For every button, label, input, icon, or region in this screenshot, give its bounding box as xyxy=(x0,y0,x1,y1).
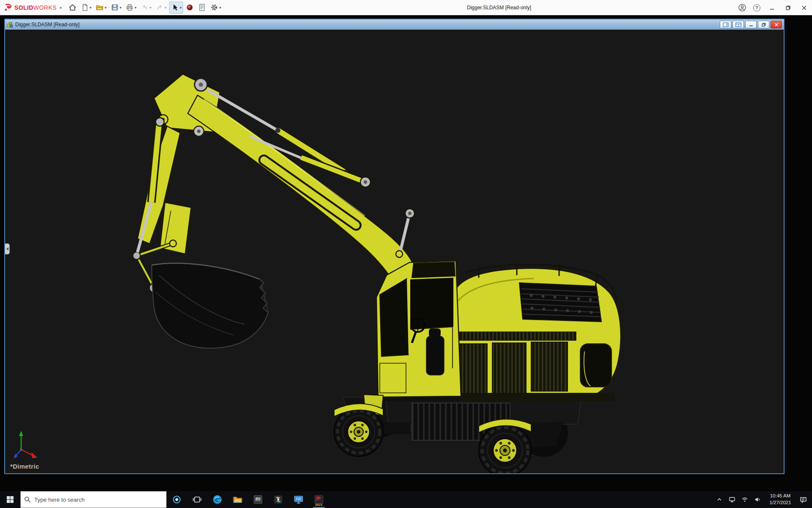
select-arrow-icon xyxy=(171,3,179,11)
viewport-canvas[interactable] xyxy=(5,30,784,473)
view-orientation-label: *Dimetric xyxy=(10,463,39,470)
account-button[interactable] xyxy=(735,0,749,15)
feature-pane-flyout-tab[interactable] xyxy=(5,243,10,254)
home-button[interactable] xyxy=(67,2,78,14)
engine-body[interactable] xyxy=(454,262,621,401)
undo-icon xyxy=(141,3,149,11)
solidworks-titlebar: SOLIDWORKS ▸ ▾ xyxy=(0,0,812,15)
redo-button[interactable]: ▾ xyxy=(154,2,168,14)
tray-monitor-icon xyxy=(729,496,735,503)
rebuild-button[interactable] xyxy=(184,2,195,14)
taskbar-search[interactable] xyxy=(20,491,167,508)
collapse-arrow-icon xyxy=(6,247,8,251)
edge-button[interactable] xyxy=(207,491,228,508)
wifi-icon xyxy=(741,496,748,503)
app-close-button[interactable] xyxy=(796,0,812,15)
document-titlebar[interactable]: Digger.SLDASM [Read-only] xyxy=(5,19,784,30)
tray-monitor-button[interactable] xyxy=(726,491,738,508)
cortana-icon xyxy=(172,495,181,504)
redo-caret[interactable]: ▾ xyxy=(165,6,167,10)
graphics-viewport[interactable]: *Dimetric xyxy=(5,30,784,473)
undo-caret[interactable]: ▾ xyxy=(150,6,152,10)
action-center-button[interactable] xyxy=(797,491,809,508)
file-explorer-button[interactable] xyxy=(228,491,248,508)
display-pane-button[interactable] xyxy=(720,21,731,28)
doc-minimize-button[interactable] xyxy=(745,21,757,28)
assembly-document-icon xyxy=(7,22,13,28)
open-folder-icon xyxy=(96,3,104,11)
save-caret[interactable]: ▾ xyxy=(120,6,122,10)
file-properties-button[interactable] xyxy=(196,2,208,14)
boom-assembly[interactable] xyxy=(133,74,417,293)
system-tray: 10:45 AM 1/27/2021 xyxy=(713,491,812,508)
viewer-app-button[interactable] xyxy=(268,491,288,508)
volume-button[interactable] xyxy=(751,491,764,508)
save-icon xyxy=(111,3,119,11)
monitor-app-button[interactable] xyxy=(288,491,309,508)
tray-overflow-button[interactable] xyxy=(713,491,726,508)
standard-toolbar: ▾ ▾ ▾ xyxy=(66,0,223,15)
bucket[interactable] xyxy=(152,263,268,348)
options-button[interactable]: ▾ xyxy=(208,2,223,14)
open-button[interactable]: ▾ xyxy=(94,2,108,14)
network-button[interactable] xyxy=(738,491,751,508)
photos-app-icon xyxy=(253,494,263,505)
solidworks-2021-button[interactable]: 2021 xyxy=(309,491,329,508)
open-caret[interactable]: ▾ xyxy=(104,6,107,10)
cab[interactable] xyxy=(364,261,461,415)
mdi-client-area: Digger.SLDASM [Read-only] xyxy=(0,15,812,491)
photos-app-button[interactable] xyxy=(248,491,268,508)
speaker-icon xyxy=(754,496,761,503)
edge-icon xyxy=(212,494,222,505)
select-tool-button[interactable]: ▾ xyxy=(169,2,184,14)
print-button[interactable]: ▾ xyxy=(124,2,138,14)
side-grille xyxy=(531,342,568,391)
save-button[interactable]: ▾ xyxy=(109,2,123,14)
minimize-icon xyxy=(770,6,774,10)
side-window xyxy=(410,278,453,329)
side-grille xyxy=(492,343,526,395)
cortana-button[interactable] xyxy=(167,491,187,508)
menu-expand-arrow[interactable]: ▸ xyxy=(60,5,62,10)
select-tool-caret[interactable]: ▾ xyxy=(180,6,182,10)
task-pane-button[interactable] xyxy=(732,21,744,28)
desktop: SOLIDWORKS ▸ ▾ xyxy=(0,0,812,508)
close-icon xyxy=(802,6,807,10)
options-gear-icon xyxy=(210,3,218,11)
undo-button[interactable]: ▾ xyxy=(139,2,154,14)
orientation-triad xyxy=(14,431,37,458)
doc-minimize-icon xyxy=(749,23,753,27)
solidworks-logo-icon xyxy=(4,3,13,12)
options-caret[interactable]: ▾ xyxy=(219,6,221,10)
windows-logo-icon xyxy=(6,496,14,503)
redo-icon xyxy=(156,3,164,11)
excavator-model[interactable] xyxy=(133,74,621,473)
task-pane-icon xyxy=(735,22,741,27)
start-button[interactable] xyxy=(0,491,20,508)
clock-time: 10:45 AM xyxy=(765,493,795,500)
brand-solid: SOLID xyxy=(14,4,33,11)
doc-close-icon xyxy=(774,23,779,27)
viewer-app-icon xyxy=(273,494,283,505)
chevron-up-icon xyxy=(716,496,723,503)
file-explorer-icon xyxy=(233,494,243,505)
doc-restore-button[interactable] xyxy=(758,21,769,28)
task-view-button[interactable] xyxy=(187,491,207,508)
new-document-caret[interactable]: ▾ xyxy=(90,6,92,10)
new-document-button[interactable]: ▾ xyxy=(79,2,93,14)
app-minimize-button[interactable] xyxy=(764,0,780,15)
brand-works: WORKS xyxy=(33,4,57,11)
titlebar-right-controls: ? xyxy=(735,0,812,15)
help-icon: ? xyxy=(753,4,760,11)
solidworks-version-badge: 2021 xyxy=(309,503,329,506)
monitor-app-icon xyxy=(294,494,304,505)
doc-close-button[interactable] xyxy=(771,21,782,28)
app-restore-button[interactable] xyxy=(780,0,796,15)
front-left-wheel[interactable] xyxy=(334,407,383,456)
print-caret[interactable]: ▾ xyxy=(134,6,137,10)
taskbar-clock[interactable]: 10:45 AM 1/27/2021 xyxy=(764,493,797,506)
help-button[interactable]: ? xyxy=(749,0,764,15)
front-right-wheel[interactable] xyxy=(479,424,531,473)
seat xyxy=(426,336,444,375)
search-input[interactable] xyxy=(34,497,163,503)
